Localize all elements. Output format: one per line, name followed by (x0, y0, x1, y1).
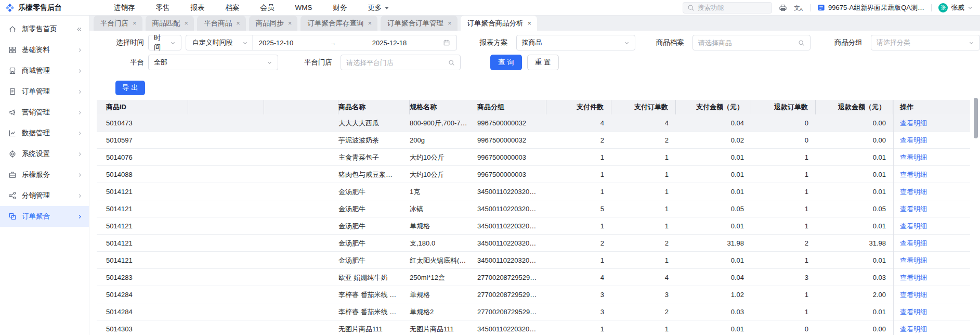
tab-close-icon[interactable]: × (288, 20, 292, 27)
cell-empty (188, 286, 264, 303)
export-button[interactable]: 导 出 (115, 81, 145, 95)
aggregate-icon (8, 212, 17, 221)
sidebar-item-basic-data[interactable]: 基础资料 (0, 40, 89, 60)
sidebar-item-home[interactable]: 新零售首页 (0, 19, 89, 40)
platform-store-input[interactable] (341, 55, 461, 70)
tab-close-icon[interactable]: × (185, 20, 189, 27)
topbar-menu-item[interactable]: 零售 (156, 3, 170, 12)
product-group-placeholder: 请选择分类 (877, 38, 910, 47)
reset-button[interactable]: 重 置 (527, 55, 559, 70)
store-switcher[interactable]: 99675-A组新界面果蔬版QA测… (817, 3, 924, 12)
topbar-menu-item[interactable]: 档案 (226, 3, 240, 12)
column-header-product-group: 商品分组 (477, 100, 546, 114)
cell-product-id: 5014088 (97, 166, 188, 183)
topbar-menu-item[interactable]: 财务 (333, 3, 347, 12)
tab-close-icon[interactable]: × (528, 20, 532, 27)
store-input[interactable] (346, 59, 444, 67)
tab-close-icon[interactable]: × (236, 20, 240, 27)
search-icon (687, 4, 695, 11)
view-detail-link[interactable]: 查看明细 (900, 136, 927, 144)
calendar-icon[interactable] (443, 39, 450, 46)
cell-product-name: 无图片商品111 (338, 320, 410, 335)
sidebar-item-marketing[interactable]: 营销管理 (0, 102, 89, 123)
sidebar-item-data[interactable]: 数据管理 (0, 123, 89, 144)
product-select-input[interactable] (692, 35, 811, 50)
sidebar-item-service[interactable]: 乐檬服务 (0, 164, 89, 185)
cell-refund-amount: 31.98 (816, 235, 893, 252)
product-group-select[interactable]: 请选择分类 (871, 35, 980, 50)
view-detail-link[interactable]: 查看明细 (900, 171, 927, 178)
cell-refund-amount: 0.01 (816, 183, 893, 200)
cell-actions: 查看明细 (893, 114, 970, 132)
tab-label: 订单聚合库存查询 (307, 19, 363, 28)
view-detail-link[interactable]: 查看明细 (900, 222, 927, 230)
table-row: 5014303 无图片商品111 无图片商品111 34500110220320… (97, 320, 970, 335)
printer-icon[interactable] (779, 4, 787, 12)
cell-pay-amount: 0.02 (676, 132, 751, 149)
view-detail-link[interactable]: 查看明细 (900, 205, 927, 213)
tab[interactable]: 商品同步 × (249, 16, 298, 31)
tab[interactable]: 订单聚合订单管理 × (381, 16, 458, 31)
column-header-product-name: 商品名称 (338, 100, 410, 114)
tab[interactable]: 平台门店 × (94, 16, 142, 31)
sidebar-item-order-aggregation[interactable]: 订单聚合 (0, 206, 89, 227)
view-detail-link[interactable]: 查看明细 (900, 188, 927, 196)
tab[interactable]: 订单聚合库存查询 × (300, 16, 377, 31)
translate-icon[interactable]: 文A (794, 5, 803, 11)
topbar-menu-item[interactable]: 报表 (191, 3, 205, 12)
cell-refund-orders: 0 (751, 114, 816, 132)
view-detail-link[interactable]: 查看明细 (900, 308, 927, 316)
topbar-menu-item[interactable]: 会员 (260, 3, 275, 12)
collapse-sidebar-icon[interactable] (76, 26, 83, 33)
chevron-down-icon (242, 40, 248, 46)
view-detail-link[interactable]: 查看明细 (900, 325, 927, 333)
cell-refund-orders: 1 (751, 286, 816, 303)
product-input[interactable] (698, 39, 794, 47)
platform-select[interactable]: 全部 (148, 55, 278, 70)
global-search[interactable] (683, 2, 772, 14)
cell-product-name: 芋泥波波奶茶 (338, 132, 410, 149)
view-detail-link[interactable]: 查看明细 (900, 119, 927, 127)
product-filter-label: 商品档案 (656, 38, 684, 47)
search-input[interactable] (698, 4, 760, 11)
sidebar-item-mall[interactable]: 商城管理 (0, 60, 89, 81)
topbar-menu-item[interactable]: 更多 (368, 3, 389, 12)
time-type-select[interactable]: 时间 (148, 35, 181, 50)
start-date-field[interactable]: 2025-12-10 (259, 39, 294, 47)
cell-pay-orders: 1 (611, 166, 676, 183)
scrollbar-thumb[interactable] (974, 98, 978, 138)
cell-product-id: 5014121 (97, 217, 188, 235)
filter-row-2: 平台 全部 平台门店 查 询 重 置 (97, 55, 980, 70)
range-type-select[interactable]: 自定义时间段 (186, 35, 253, 50)
cell-product-name: 李梓睿 番茄米线 … (338, 303, 410, 320)
table-row: 5010473 大大大大西瓜 800-900斤,700-7… 996750000… (97, 114, 970, 132)
tab[interactable]: 订单聚合商品分析 × (461, 16, 538, 31)
tab-close-icon[interactable]: × (368, 20, 372, 27)
view-detail-link[interactable]: 查看明细 (900, 274, 927, 281)
column-header-empty (264, 100, 338, 114)
query-button[interactable]: 查 询 (490, 55, 522, 70)
topbar-menu-item[interactable]: 进销存 (114, 3, 135, 12)
cell-empty (188, 200, 264, 217)
tab-close-icon[interactable]: × (448, 20, 452, 27)
user-menu[interactable]: 张 张威 (938, 3, 973, 12)
view-detail-link[interactable]: 查看明细 (900, 239, 927, 247)
cell-pay-qty: 1 (546, 149, 611, 166)
topbar-menu-item[interactable]: WMS (295, 4, 312, 11)
chevron-down-icon (969, 40, 974, 46)
tab[interactable]: 平台商品 × (197, 16, 246, 31)
sidebar-item-settings[interactable]: 系统设置 (0, 144, 89, 164)
cell-refund-amount: 0.01 (816, 217, 893, 235)
view-detail-link[interactable]: 查看明细 (900, 291, 927, 299)
cell-product-group: 27700208729529… (477, 303, 546, 320)
report-scheme-select[interactable]: 按商品 (516, 35, 635, 50)
cell-pay-qty: 1 (546, 183, 611, 200)
tab[interactable]: 商品匹配 × (146, 16, 194, 31)
view-detail-link[interactable]: 查看明细 (900, 153, 927, 161)
end-date-field[interactable]: 2025-12-18 (372, 39, 407, 47)
cell-spec-name: 支,180.0 (410, 235, 477, 252)
sidebar-item-distribution[interactable]: 分销管理 (0, 185, 89, 206)
tab-close-icon[interactable]: × (133, 20, 137, 27)
sidebar-item-orders[interactable]: 订单管理 (0, 81, 89, 102)
view-detail-link[interactable]: 查看明细 (900, 256, 927, 264)
